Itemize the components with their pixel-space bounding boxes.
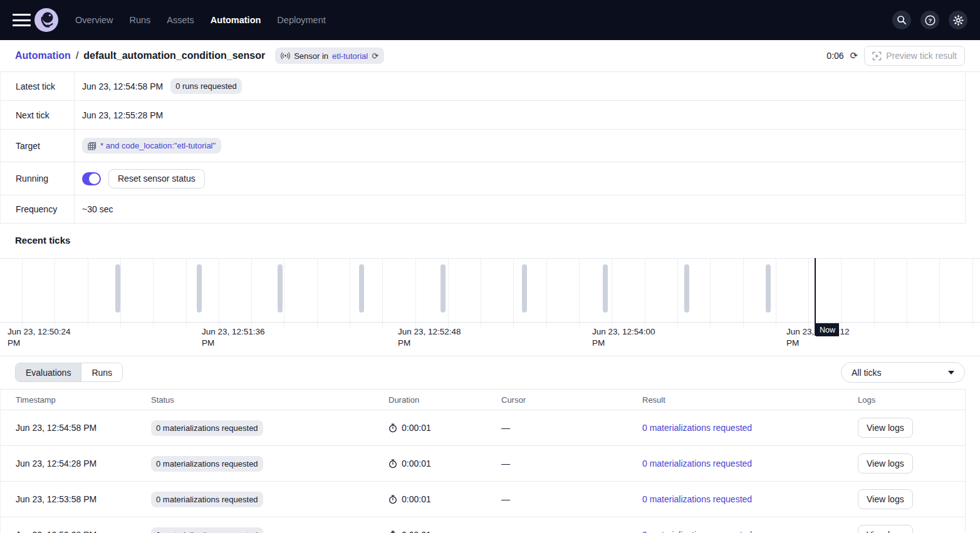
reset-sensor-status-button[interactable]: Reset sensor status [108, 169, 205, 189]
gridline [120, 259, 121, 328]
gridline [907, 259, 907, 328]
refresh-icon[interactable]: ⟳ [850, 50, 858, 61]
result-link[interactable]: 0 materializations requested [642, 458, 752, 468]
cell-status: 0 materializations requested [143, 410, 381, 445]
gridline [350, 259, 350, 328]
nav-item-assets[interactable]: Assets [167, 15, 194, 25]
frequency-value: ~30 sec [82, 204, 113, 214]
col-duration: Duration [381, 390, 494, 410]
nav-item-runs[interactable]: Runs [129, 15, 150, 25]
gridline [710, 259, 711, 328]
gridline [579, 259, 580, 328]
view-logs-button[interactable]: View logs [858, 418, 913, 438]
result-link[interactable]: 0 materializations requested [642, 423, 752, 433]
view-logs-button[interactable]: View logs [858, 453, 913, 473]
nav-item-overview[interactable]: Overview [75, 15, 113, 25]
breadcrumb-automation-link[interactable]: Automation [15, 50, 71, 61]
tick-bar[interactable] [359, 264, 364, 313]
stopwatch-icon [388, 459, 397, 468]
gridline [88, 259, 88, 328]
cell-duration: 0:00:01 [381, 482, 494, 517]
running-toggle[interactable] [82, 172, 101, 185]
now-badge: Now [816, 323, 839, 336]
result-link[interactable]: 0 materializations requested [642, 530, 752, 533]
ticks-timeline[interactable]: Jun 23, 12:50:24 PMJun 23, 12:51:36 PMJu… [0, 258, 980, 323]
status-badge: 0 materializations requested [151, 456, 263, 472]
view-logs-button[interactable]: View logs [858, 489, 913, 509]
stopwatch-icon [388, 530, 397, 533]
tab-evaluations[interactable]: Evaluations [16, 363, 81, 381]
cell-logs: View logs [850, 446, 965, 481]
col-status: Status [143, 390, 381, 410]
ticks-filter-value: All ticks [852, 368, 881, 378]
gridline [317, 259, 318, 328]
code-location-link[interactable]: etl-tutorial [332, 51, 368, 61]
target-label: Target [1, 130, 75, 162]
main-nav: Overview Runs Assets Automation Deployme… [75, 0, 326, 40]
cell-cursor: — [494, 517, 635, 533]
caret-down-icon [948, 371, 954, 375]
cell-logs: View logs [850, 482, 965, 517]
evaluations-table: Timestamp Status Duration Cursor Result … [0, 389, 966, 533]
sensor-badge-label: Sensor in [294, 51, 328, 61]
gridline [939, 259, 940, 328]
tick-bar[interactable] [278, 264, 283, 313]
tick-bar[interactable] [197, 264, 202, 313]
gridline [743, 259, 744, 328]
hamburger-menu-icon[interactable] [13, 14, 31, 26]
cell-result: 0 materializations requested [635, 517, 850, 533]
table-row: Jun 23, 12:53:58 PM0 materializations re… [1, 482, 965, 517]
tick-bar[interactable] [684, 264, 689, 313]
cell-duration: 0:00:01 [381, 446, 494, 481]
cell-status: 0 materializations requested [143, 517, 381, 533]
cell-duration: 0:00:01 [381, 517, 494, 533]
gridline [776, 259, 776, 328]
cell-cursor: — [494, 446, 635, 481]
gridline [448, 259, 449, 328]
reload-code-location-icon[interactable]: ⟳ [372, 51, 378, 61]
tick-countdown: 0:06 [826, 51, 843, 61]
gridline [153, 259, 154, 328]
cell-cursor: — [494, 410, 635, 445]
status-badge: 0 materializations requested [151, 492, 263, 507]
nav-item-deployment[interactable]: Deployment [277, 15, 325, 25]
nav-item-automation[interactable]: Automation [211, 15, 261, 25]
page-title: default_automation_condition_sensor [83, 50, 265, 61]
cell-timestamp: Jun 23, 12:54:58 PM [1, 410, 143, 445]
tick-bar[interactable] [115, 264, 120, 313]
gridline [645, 259, 645, 328]
gridline [808, 259, 809, 328]
dagster-logo[interactable] [34, 8, 58, 32]
preview-tick-result-button[interactable]: Preview tick result [864, 46, 965, 66]
gridline [22, 259, 23, 328]
latest-tick-label: Latest tick [1, 72, 75, 100]
view-logs-button[interactable]: View logs [858, 525, 913, 533]
gridline [546, 259, 547, 328]
stopwatch-icon [388, 495, 397, 504]
gridline [55, 259, 55, 328]
ticks-toolbar: Evaluations Runs All ticks [0, 356, 980, 389]
tab-runs[interactable]: Runs [81, 363, 122, 381]
target-selection-chip[interactable]: * and code_location:"etl-tutorial" [82, 138, 221, 153]
asset-selection-icon [88, 142, 96, 150]
recent-ticks-heading: Recent ticks [15, 235, 70, 246]
axis-tick-label: Jun 23, 12:51:36 PM [202, 326, 267, 349]
table-row: Jun 23, 12:54:28 PM0 materializations re… [1, 446, 965, 482]
ticks-filter-dropdown[interactable]: All ticks [841, 362, 965, 383]
table-header-row: Timestamp Status Duration Cursor Result … [1, 390, 965, 410]
table-row: Jun 23, 12:54:58 PM0 materializations re… [1, 410, 965, 446]
col-timestamp: Timestamp [1, 390, 143, 410]
result-link[interactable]: 0 materializations requested [642, 494, 752, 504]
tick-bar[interactable] [440, 264, 446, 313]
tick-bar[interactable] [766, 264, 771, 313]
tick-bar[interactable] [522, 264, 527, 313]
gridline [677, 259, 678, 328]
cell-cursor: — [494, 482, 635, 517]
latest-tick-value: Jun 23, 12:54:58 PM [82, 81, 163, 91]
tick-bar[interactable] [603, 264, 608, 313]
help-icon[interactable]: ? [920, 11, 939, 29]
gridline [874, 259, 875, 328]
search-icon[interactable] [892, 11, 911, 29]
settings-icon[interactable] [949, 11, 967, 29]
next-tick-row: Next tick Jun 23, 12:55:28 PM [1, 101, 965, 130]
